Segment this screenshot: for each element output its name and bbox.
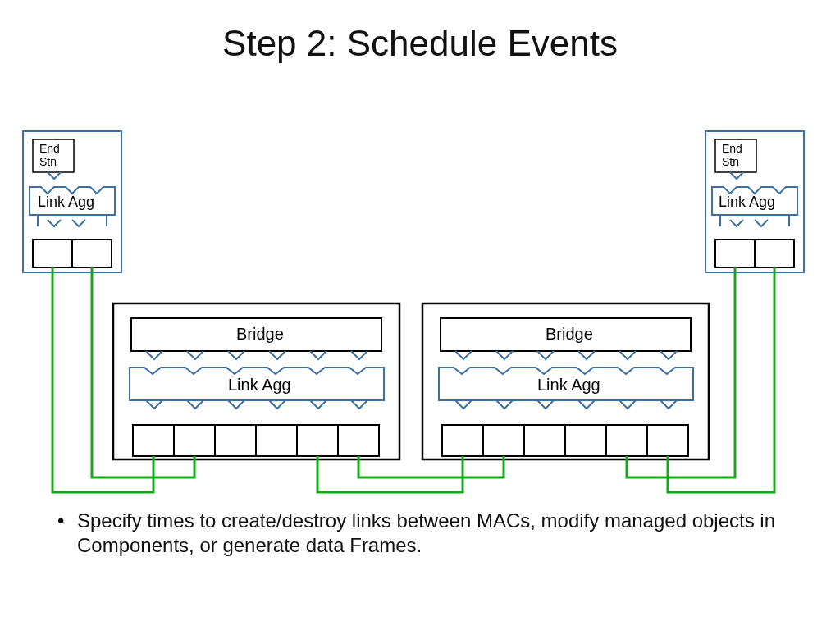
end-stn-label2: Stn: [39, 155, 57, 168]
svg-rect-2: [33, 240, 72, 267]
link-agg-bridge-left-label: Link Agg: [228, 376, 291, 394]
bullet-text: Specify times to create/destroy links be…: [77, 509, 796, 558]
svg-rect-10: [133, 425, 174, 456]
bridge-right-label: Bridge: [546, 325, 593, 343]
svg-rect-20: [524, 425, 565, 456]
svg-rect-6: [715, 240, 755, 267]
bridge-right: Bridge Link Agg: [422, 304, 709, 459]
bridge-left: Bridge Link Agg: [113, 304, 399, 459]
bullet-dot: •: [57, 509, 77, 558]
svg-rect-21: [565, 425, 606, 456]
link-agg-left-label: Link Agg: [38, 194, 94, 210]
bridge-left-label: Bridge: [236, 325, 284, 343]
svg-rect-7: [755, 240, 794, 267]
svg-rect-11: [174, 425, 215, 456]
svg-rect-15: [338, 425, 379, 456]
bullet-list: • Specify times to create/destroy links …: [57, 509, 796, 558]
svg-rect-19: [483, 425, 524, 456]
link-agg-bridge-right-label: Link Agg: [537, 376, 600, 394]
svg-rect-22: [606, 425, 647, 456]
end-station-right: End Stn Link Agg: [705, 131, 804, 272]
end-stn-label: End: [39, 142, 60, 155]
svg-rect-14: [297, 425, 338, 456]
svg-rect-12: [215, 425, 256, 456]
end-stn-label-r: End: [722, 142, 742, 155]
end-stn-label2-r: Stn: [722, 155, 739, 168]
svg-rect-3: [72, 240, 112, 267]
end-station-left: End Stn Link Agg: [23, 131, 121, 272]
link-agg-right-label: Link Agg: [719, 194, 775, 210]
svg-rect-18: [442, 425, 483, 456]
svg-rect-23: [647, 425, 688, 456]
svg-rect-13: [256, 425, 297, 456]
